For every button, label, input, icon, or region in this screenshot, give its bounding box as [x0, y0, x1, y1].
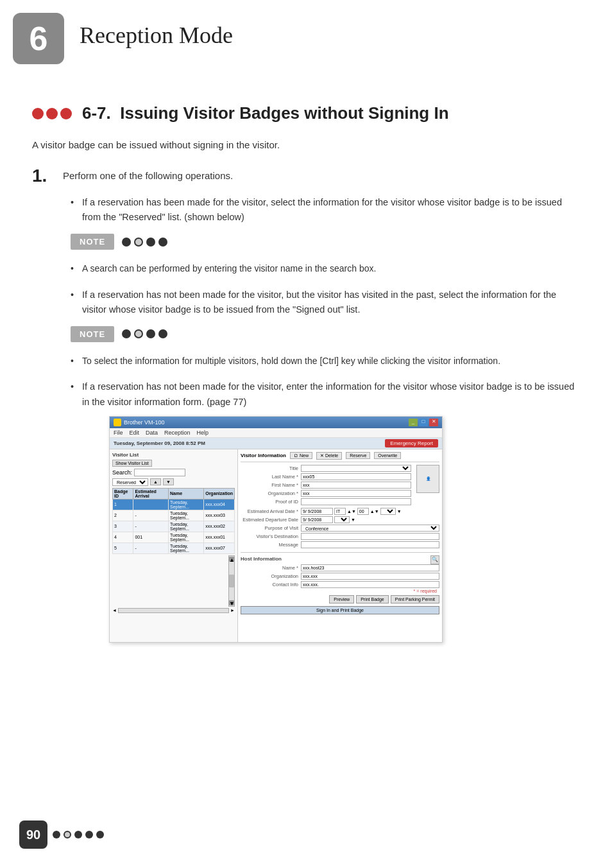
menu-edit[interactable]: Edit [130, 430, 140, 436]
arrival-date-field[interactable] [301, 508, 333, 515]
scroll-right-btn[interactable]: ► [230, 608, 235, 612]
last-name-field[interactable] [301, 473, 411, 480]
footer-dot-2 [64, 831, 71, 838]
arrival-ampm-field[interactable]: PM AM [380, 508, 396, 515]
emergency-btn[interactable]: Emergency Report [385, 439, 438, 447]
visitor-form: Title Last Name * First Name * Organizat… [241, 465, 411, 505]
intro-text: A visitor badge can be issued without si… [32, 137, 580, 153]
icon-dot-2 [46, 108, 58, 119]
col-org: Organization [204, 488, 235, 499]
table-row[interactable]: 2 - Tuesday, Septem... xxx.xxx03 [113, 510, 235, 521]
preview-btn[interactable]: Preview [329, 595, 354, 603]
note-dot-1b [134, 238, 143, 247]
icon-dot-1 [32, 108, 44, 119]
vi-reserve-btn[interactable]: Reserve [346, 452, 370, 459]
scrollbar-thumb[interactable] [229, 575, 234, 587]
note-dot-2c [146, 329, 155, 338]
vi-delete-btn[interactable]: ✕ Delete [316, 452, 342, 460]
photo-icon: 👤 [426, 476, 430, 481]
footer-dot-4 [85, 831, 93, 838]
arrival-min-field[interactable] [357, 508, 369, 515]
menu-data[interactable]: Data [146, 430, 158, 436]
note-box-1: NOTE [71, 234, 580, 250]
note-content-2: To select the information for multiple v… [71, 354, 580, 368]
search-input[interactable] [134, 469, 185, 476]
scrollbar-down[interactable]: ▼ [229, 600, 234, 605]
search-label: Search: [112, 469, 132, 476]
host-contact-field[interactable] [301, 581, 439, 588]
proof-id-label: Proof of ID [241, 498, 298, 505]
proof-id-field[interactable] [301, 498, 411, 505]
message-field[interactable] [301, 541, 439, 548]
organization-field[interactable] [301, 490, 411, 497]
col-badge-id: Badge ID [113, 488, 133, 499]
vi-new-btn[interactable]: 🗋 New [290, 452, 312, 459]
note-text-2: To select the information for multiple v… [71, 354, 580, 368]
destination-label: Visitor's Destination [241, 533, 298, 540]
list-btn-up[interactable]: ▲ [150, 478, 161, 485]
departure-label: Estimated Departure Date [241, 516, 298, 523]
arrival-hour-field[interactable] [334, 508, 346, 515]
mockup-title-text: Brother VM-100 [124, 419, 165, 426]
maximize-btn[interactable]: □ [419, 419, 428, 426]
table-row[interactable]: 4 001 Tuesday, Septem... xxx.xxx01 [113, 532, 235, 542]
arrival-date-label: Estimated Arrival Date * [241, 508, 298, 515]
organization-label: Organization * [241, 490, 298, 497]
note-label-2: NOTE [71, 326, 114, 342]
print-parking-btn[interactable]: Print Parking Permit [391, 595, 439, 603]
menu-reception[interactable]: Reception [164, 430, 191, 436]
print-badge-btn[interactable]: Print Badge [356, 595, 389, 603]
new-icon: 🗋 [294, 453, 298, 458]
reserved-select[interactable]: Reserved [112, 478, 148, 486]
mockup-titlebar: Brother VM-100 _ □ ✕ [110, 417, 442, 428]
visitor-list-header: Show Visitor List [112, 460, 235, 467]
step-text: Perform one of the following operations. [63, 166, 233, 184]
note-dot-2b [134, 329, 143, 338]
col-name: Name [169, 488, 204, 499]
host-form: Name * Organization Contact Info [241, 564, 439, 588]
host-contact-label: Contact Info [241, 581, 298, 588]
note-dot-1d [158, 238, 167, 247]
departure-ampm-field[interactable]: PM [334, 516, 350, 523]
menu-help[interactable]: Help [197, 430, 209, 436]
sign-in-btn[interactable]: Sign In and Print Badge [241, 606, 439, 614]
host-search-btn[interactable]: 🔍 [430, 555, 439, 564]
minimize-btn[interactable]: _ [409, 419, 418, 426]
host-org-field[interactable] [301, 573, 439, 580]
show-visitor-list-btn[interactable]: Show Visitor List [112, 460, 152, 467]
list-btn-down[interactable]: ▼ [163, 478, 174, 485]
header-title: Reception Mode [80, 13, 233, 49]
scroll-left-btn[interactable]: ◄ [112, 608, 117, 612]
host-info-title: Host Information [241, 556, 282, 562]
table-row[interactable]: 1 Tuesday, Septem... xxx.xxx04 [113, 499, 235, 510]
note-box-2: NOTE [71, 326, 580, 342]
toolbar-date: Tuesday, September 09, 2008 8:52 PM [114, 440, 205, 446]
destination-field[interactable] [301, 533, 439, 540]
bullet-2: If a reservation has not been made for t… [71, 288, 580, 317]
title-label: Title [241, 465, 298, 472]
purpose-label: Purpose of Visit [241, 525, 298, 532]
note-content-1: A search can be performed by entering th… [71, 261, 580, 275]
required-note: * = required [241, 588, 439, 594]
bullet-2-section: If a reservation has not been made for t… [71, 288, 580, 317]
first-name-field[interactable] [301, 482, 411, 489]
search-row: Search: [112, 469, 235, 476]
title-field[interactable] [301, 465, 411, 472]
note-dot-1a [122, 238, 131, 247]
footer-dots [53, 831, 104, 838]
purpose-field[interactable]: Conference [301, 525, 439, 532]
close-btn[interactable]: ✕ [429, 419, 438, 426]
table-row[interactable]: 5 - Tuesday, Septem... xxx.xxx07 [113, 542, 235, 553]
host-org-label: Organization [241, 573, 298, 580]
vi-overwrite-btn[interactable]: Overwrite [374, 452, 401, 459]
scrollbar-up[interactable]: ▲ [229, 557, 234, 562]
step-number: 1. [32, 166, 63, 186]
bullet-1: If a reservation has been made for the v… [71, 195, 580, 225]
departure-date-field[interactable] [301, 516, 333, 523]
note-text-1: A search can be performed by entering th… [71, 261, 580, 275]
menu-file[interactable]: File [114, 430, 123, 436]
note-dot-1c [146, 238, 155, 247]
host-name-field[interactable] [301, 564, 439, 571]
table-row[interactable]: 3 - Tuesday, Septem... xxx.xxx02 [113, 521, 235, 532]
icon-dot-3 [60, 108, 72, 119]
